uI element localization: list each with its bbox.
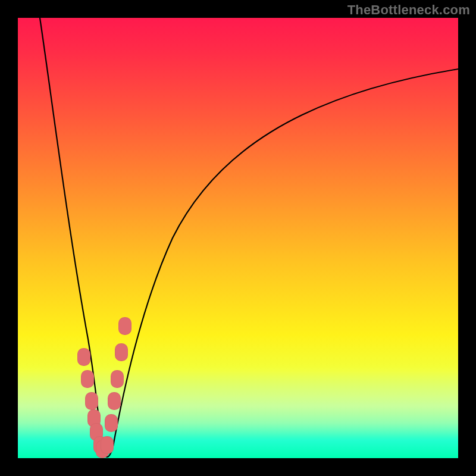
bottleneck-curve-right — [113, 69, 458, 446]
watermark-text: TheBottleneck.com — [347, 2, 470, 18]
curve-marker — [101, 436, 114, 454]
outer-frame: TheBottleneck.com — [0, 0, 476, 476]
curve-marker — [105, 414, 118, 432]
curve-marker — [118, 317, 131, 335]
curve-marker — [77, 348, 90, 366]
curve-marker — [108, 392, 121, 410]
curve-marker — [111, 370, 124, 388]
plot-area — [18, 18, 458, 458]
curve-marker — [115, 343, 128, 361]
curve-layer — [18, 18, 458, 458]
curve-marker — [81, 370, 94, 388]
curve-marker — [85, 392, 98, 410]
